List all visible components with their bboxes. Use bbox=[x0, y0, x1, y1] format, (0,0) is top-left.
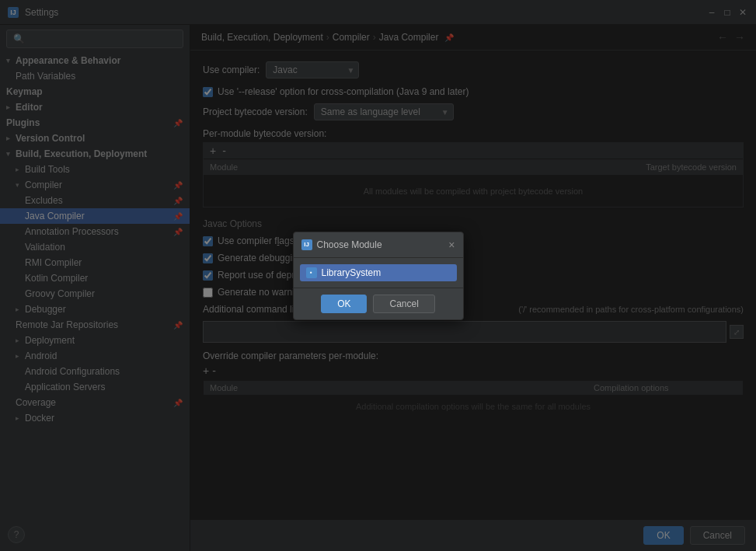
library-system-item[interactable]: ▪ LibrarySystem bbox=[300, 264, 457, 281]
module-item-name: LibrarySystem bbox=[322, 267, 381, 278]
modal-close-button[interactable]: × bbox=[448, 239, 455, 251]
module-item-icon: ▪ bbox=[306, 267, 317, 278]
modal-header: IJ Choose Module × bbox=[294, 232, 463, 258]
modal-ok-button[interactable]: OK bbox=[321, 295, 367, 313]
modal-title: Choose Module bbox=[317, 239, 382, 250]
modal-title-icon: IJ bbox=[301, 239, 312, 250]
modal-overlay: IJ Choose Module × ▪ LibrarySystem OK Ca… bbox=[0, 0, 756, 551]
modal-body: ▪ LibrarySystem bbox=[294, 258, 463, 288]
modal-cancel-button[interactable]: Cancel bbox=[373, 295, 434, 313]
choose-module-dialog: IJ Choose Module × ▪ LibrarySystem OK Ca… bbox=[293, 232, 464, 320]
modal-footer: OK Cancel bbox=[294, 288, 463, 319]
